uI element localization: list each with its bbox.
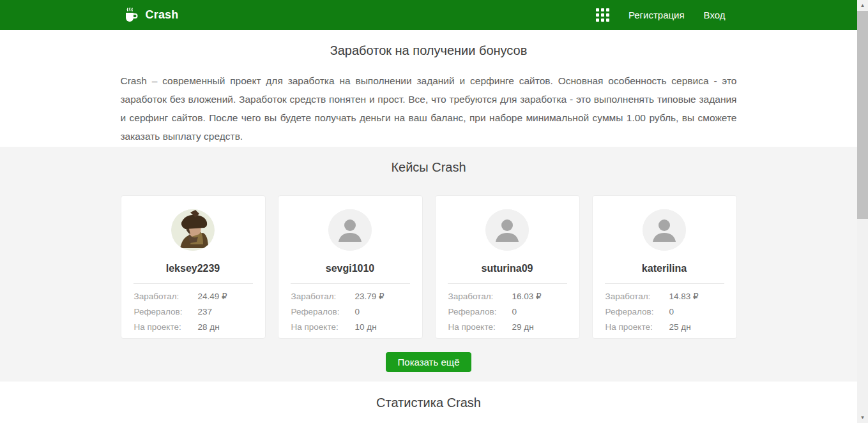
- brand-logo[interactable]: Crash: [121, 6, 179, 24]
- stat-days: На проекте: 29 дн: [448, 323, 579, 332]
- show-more-button[interactable]: Показать ещё: [386, 352, 472, 372]
- user-avatar-photo: [171, 209, 215, 251]
- stat-value: 14.83 ₽: [669, 292, 699, 301]
- stat-label: Рефералов:: [605, 308, 669, 316]
- stat-value: 0: [669, 308, 674, 316]
- stat-label: Рефералов:: [134, 308, 198, 316]
- stat-referrals: Рефералов: 0: [605, 308, 736, 316]
- stat-label: На проекте:: [134, 323, 198, 332]
- brand-name: Crash: [146, 8, 179, 22]
- stat-referrals: Рефералов: 0: [291, 308, 422, 316]
- statistics-section: Статистика Crash: [0, 382, 857, 410]
- stat-value: 0: [355, 308, 360, 316]
- default-avatar-icon: [643, 209, 686, 251]
- login-link[interactable]: Вход: [704, 10, 726, 20]
- scrollbar-thumb[interactable]: [857, 11, 868, 219]
- stat-value: 25 дн: [669, 323, 691, 332]
- stat-label: На проекте:: [605, 323, 669, 332]
- stat-value: 29 дн: [512, 323, 534, 332]
- default-avatar-icon: [328, 209, 372, 251]
- stat-referrals: Рефералов: 0: [448, 308, 579, 316]
- username: sevgi1010: [326, 263, 375, 274]
- page: Crash Регистрация Вход Заработок на полу…: [0, 0, 857, 423]
- stat-earned: Заработал: 14.83 ₽: [605, 292, 736, 301]
- default-avatar-icon: [485, 209, 529, 251]
- intro-description: Crash – современный проект для заработка…: [121, 71, 737, 145]
- stat-value: 237: [198, 308, 213, 316]
- stat-value: 28 дн: [198, 323, 220, 332]
- user-card: sevgi1010 Заработал: 23.79 ₽ Рефералов: …: [278, 195, 423, 339]
- stat-days: На проекте: 25 дн: [605, 323, 736, 332]
- page-title: Заработок на получении бонусов: [121, 43, 737, 58]
- stat-days: На проекте: 10 дн: [291, 323, 422, 332]
- scrollbar[interactable]: ▲ ▼: [857, 0, 868, 423]
- stat-earned: Заработал: 24.49 ₽: [134, 292, 265, 301]
- scroll-up-arrow-icon[interactable]: ▲: [857, 0, 868, 11]
- intro-section: Заработок на получении бонусов Crash – с…: [0, 30, 857, 147]
- stat-value: 0: [512, 308, 517, 316]
- stat-value: 10 дн: [355, 323, 377, 332]
- stat-value: 16.03 ₽: [512, 292, 542, 301]
- statistics-title: Статистика Crash: [0, 396, 857, 410]
- stat-label: На проекте:: [291, 323, 355, 332]
- username: leksey2239: [166, 263, 220, 274]
- apps-grid-icon[interactable]: [596, 8, 609, 22]
- user-card: suturina09 Заработал: 16.03 ₽ Рефералов:…: [435, 195, 580, 339]
- stat-earned: Заработал: 23.79 ₽: [291, 292, 422, 301]
- stat-days: На проекте: 28 дн: [134, 323, 265, 332]
- stat-label: Рефералов:: [291, 308, 355, 316]
- stat-label: Заработал:: [448, 292, 512, 301]
- stat-label: Рефералов:: [448, 308, 512, 316]
- coffee-cup-icon: [121, 6, 139, 24]
- stat-value: 23.79 ₽: [355, 292, 385, 301]
- stat-referrals: Рефералов: 237: [134, 308, 265, 316]
- stat-value: 24.49 ₽: [198, 292, 227, 301]
- cases-section: Кейсы Crash: [0, 147, 857, 382]
- username: suturina09: [482, 263, 533, 274]
- navbar: Crash Регистрация Вход: [0, 0, 857, 30]
- register-link[interactable]: Регистрация: [628, 10, 685, 20]
- username: katerilina: [642, 263, 687, 274]
- user-card: katerilina Заработал: 14.83 ₽ Рефералов:…: [592, 195, 737, 339]
- stat-label: Заработал:: [605, 292, 669, 301]
- stat-earned: Заработал: 16.03 ₽: [448, 292, 579, 301]
- user-card: leksey2239 Заработал: 24.49 ₽ Рефералов:…: [121, 195, 266, 339]
- stat-label: Заработал:: [134, 292, 198, 301]
- cases-title: Кейсы Crash: [121, 160, 737, 175]
- scroll-down-arrow-icon[interactable]: ▼: [857, 412, 868, 423]
- stat-label: Заработал:: [291, 292, 355, 301]
- user-cards-row: leksey2239 Заработал: 24.49 ₽ Рефералов:…: [121, 195, 737, 339]
- stat-label: На проекте:: [448, 323, 512, 332]
